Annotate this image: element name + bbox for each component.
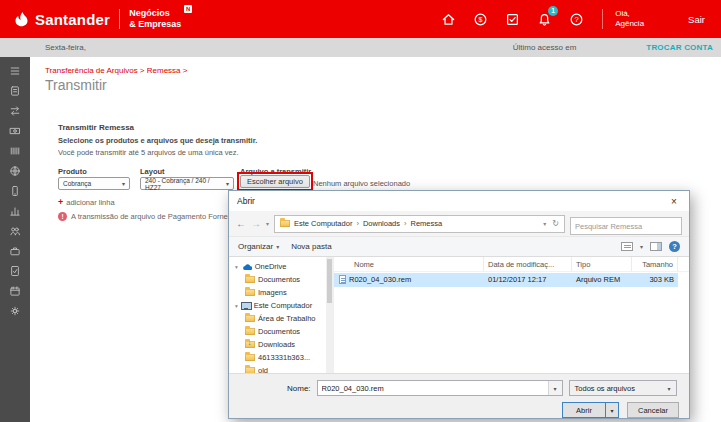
downloads-folder-icon [245, 341, 255, 348]
users-icon[interactable] [0, 223, 30, 238]
svg-text:?: ? [574, 15, 578, 24]
help-icon[interactable]: ? [567, 10, 585, 28]
transfer-icon[interactable] [0, 103, 30, 118]
column-header-data[interactable]: Data de modificaç... [484, 257, 572, 271]
expand-chevron-icon[interactable]: ▾ [235, 264, 238, 270]
notifications-bell-icon[interactable]: 1 [535, 10, 553, 28]
product-name: NegóciosN & Empresas [129, 8, 192, 30]
barcode-icon[interactable] [0, 143, 30, 158]
alert-icon: ! [58, 212, 67, 221]
file-list: Nome Data de modificaç... Tipo Tamanho R… [333, 257, 689, 373]
tree-item-downloads[interactable]: Downloads [229, 338, 326, 351]
computer-icon [241, 302, 251, 310]
brand-name: Santander [35, 11, 110, 28]
open-dropdown-icon[interactable]: ▾ [605, 403, 618, 417]
mobile-icon[interactable] [0, 183, 30, 198]
crumb-separator-icon: › [356, 219, 359, 228]
tasks-icon[interactable] [503, 10, 521, 28]
address-crumb[interactable]: Este Computador [294, 219, 352, 228]
view-options-icon[interactable] [621, 242, 633, 251]
briefcase-icon[interactable] [0, 243, 30, 258]
choose-file-button[interactable]: Escolher arquivo [240, 175, 310, 188]
chevron-down-icon: ▾ [668, 385, 671, 392]
filetype-select[interactable]: Todos os arquivos ▾ [569, 380, 677, 396]
tree-item-4613331b363[interactable]: 4613331b363... [229, 351, 326, 364]
tree-item-este-computador[interactable]: ▾ Este Computador [229, 299, 326, 312]
column-header-nome[interactable]: Nome [334, 257, 484, 271]
column-header-tipo[interactable]: Tipo [572, 257, 632, 271]
statement-icon[interactable] [0, 83, 30, 98]
close-icon[interactable]: × [659, 191, 689, 211]
logout-button[interactable]: Sair [682, 11, 711, 28]
file-icon [339, 275, 346, 284]
globe-icon[interactable] [0, 163, 30, 178]
tree-scrollbar[interactable] [326, 257, 333, 373]
back-arrow-icon[interactable]: ← [236, 219, 246, 229]
file-size: 303 KB [632, 273, 678, 287]
warning-text: A transmissão de arquivo de Pagamento Fo… [71, 212, 254, 221]
breadcrumb[interactable]: Transferência de Arquivos > Remessa > [45, 66, 187, 75]
refresh-icon[interactable]: ↻ [552, 219, 559, 228]
cancel-button[interactable]: Cancelar [627, 402, 679, 418]
chart-icon[interactable] [0, 203, 30, 218]
onedrive-cloud-icon [241, 263, 252, 271]
app-header: Santander NegóciosN & Empresas $ 1 ? Olá… [0, 0, 721, 38]
tree-item-imagens[interactable]: Imagens [229, 286, 326, 299]
user-greeting: Olá, Agência [602, 9, 644, 29]
header-divider [119, 9, 120, 29]
section-title: Transmitir Remessa [58, 123, 134, 132]
folder-icon [245, 328, 255, 335]
address-dropdown-icon[interactable]: ▾ [543, 220, 546, 227]
navigation-tree: ▾ OneDrive Documentos Imagens ▾ Este Com… [229, 257, 326, 373]
layout-select[interactable]: 240 - Cobrança / 240 / HZ27 ▾ [140, 177, 234, 190]
scrollbar-thumb[interactable] [327, 259, 332, 303]
file-type: Arquivo REM [572, 273, 632, 287]
expand-chevron-icon[interactable]: ▾ [235, 303, 238, 309]
organize-menu[interactable]: Organizar ▾ [238, 242, 279, 251]
chevron-down-icon[interactable]: ▾ [640, 243, 643, 250]
switch-account-link[interactable]: TROCAR CONTA [646, 43, 713, 52]
file-row-selected[interactable]: R020_04_030.rem 01/12/2017 12:17 Arquivo… [334, 273, 678, 287]
money-icon[interactable] [0, 123, 30, 138]
file-list-header: Nome Data de modificaç... Tipo Tamanho [334, 257, 689, 272]
add-line-link[interactable]: + adicionar linha [58, 197, 115, 207]
dialog-titlebar: Abrir × [229, 191, 689, 211]
home-icon[interactable] [439, 10, 457, 28]
address-bar[interactable]: Este Computador › Downloads › Remessa ▾ … [274, 215, 565, 233]
document-check-icon[interactable] [0, 263, 30, 278]
balance-dollar-icon[interactable]: $ [471, 10, 489, 28]
svg-text:$: $ [478, 15, 482, 22]
new-folder-button[interactable]: Nova pasta [291, 242, 331, 251]
address-crumb[interactable]: Downloads [363, 219, 400, 228]
filename-input[interactable] [318, 381, 548, 395]
plus-icon: + [58, 197, 63, 207]
chevron-down-icon: ▾ [222, 180, 229, 187]
dialog-help-icon[interactable]: ? [669, 241, 680, 252]
produto-select[interactable]: Cobrança ▾ [58, 177, 130, 190]
no-file-selected-text: Nenhum arquivo selecionado [313, 179, 410, 188]
preview-pane-icon[interactable] [650, 242, 662, 251]
notification-badge: 1 [548, 6, 558, 16]
forward-arrow-icon[interactable]: → [251, 219, 261, 229]
tree-item-area-de-trabalho[interactable]: Área de Trabalho [229, 312, 326, 325]
recent-locations-chevron-icon[interactable]: ▾ [266, 220, 269, 227]
dialog-navbar: ← → ▾ Este Computador › Downloads › Reme… [229, 211, 689, 236]
tree-item-old[interactable]: old [229, 364, 326, 373]
instruction-line-1: Selecione os produtos e arquivos que des… [58, 136, 257, 145]
open-split-button[interactable]: Abrir ▾ [562, 402, 619, 418]
settings-icon[interactable] [0, 303, 30, 318]
address-crumb[interactable]: Remessa [411, 219, 443, 228]
weekday-label: Sexta-feira, [45, 43, 86, 52]
tree-item-onedrive[interactable]: ▾ OneDrive [229, 260, 326, 273]
search-input[interactable] [570, 217, 682, 235]
warning-row: ! A transmissão de arquivo de Pagamento … [58, 212, 254, 221]
open-button[interactable]: Abrir [563, 403, 605, 417]
calendar-icon[interactable] [0, 283, 30, 298]
menu-icon[interactable] [0, 63, 30, 78]
column-header-tamanho[interactable]: Tamanho [632, 257, 678, 271]
tree-item-documentos-2[interactable]: Documentos [229, 325, 326, 338]
combo-dropdown-icon[interactable]: ▾ [548, 381, 562, 395]
annotation-highlight-box: Escolher arquivo [237, 172, 313, 191]
tree-item-documentos[interactable]: Documentos [229, 273, 326, 286]
folder-icon [245, 354, 255, 361]
